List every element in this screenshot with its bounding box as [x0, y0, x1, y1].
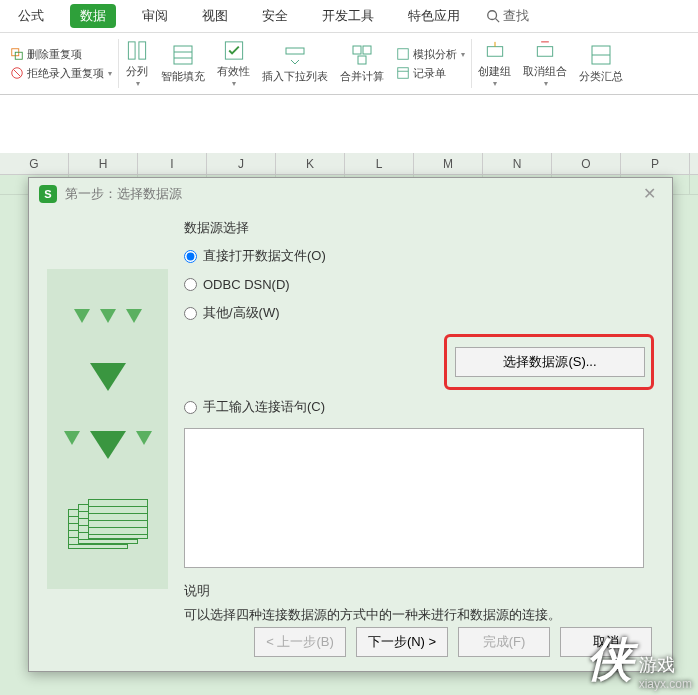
radio-other-input[interactable]: [184, 307, 197, 320]
dialog-title: 第一步：选择数据源: [65, 185, 182, 203]
search-icon: [486, 9, 500, 23]
create-group-button[interactable]: 创建组▾: [472, 39, 517, 88]
tab-view[interactable]: 视图: [194, 4, 236, 28]
svg-rect-16: [398, 49, 409, 60]
scenario-button[interactable]: 模拟分析▾: [396, 45, 465, 64]
svg-rect-8: [174, 46, 192, 64]
svg-rect-15: [358, 56, 366, 64]
insert-dropdown-button[interactable]: 插入下拉列表: [256, 39, 334, 88]
reject-duplicates-icon: [10, 66, 24, 80]
subtotal-icon: [589, 43, 613, 67]
validity-icon: [222, 39, 246, 62]
dialog-titlebar: S 第一步：选择数据源 ✕: [29, 178, 672, 209]
reject-duplicates-button[interactable]: 拒绝录入重复项▾: [10, 64, 112, 83]
watermark-char: 侠: [587, 629, 633, 691]
svg-rect-6: [128, 42, 135, 59]
radio-manual[interactable]: 手工输入连接语句(C): [184, 398, 654, 416]
app-logo-icon: S: [39, 185, 57, 203]
close-button[interactable]: ✕: [637, 184, 662, 203]
select-datasource-button[interactable]: 选择数据源(S)...: [455, 347, 645, 377]
svg-rect-21: [537, 47, 552, 57]
tab-special[interactable]: 特色应用: [400, 4, 468, 28]
consolidate-button[interactable]: 合并计算: [334, 39, 390, 88]
chevron-down-icon: ▾: [108, 69, 112, 78]
description-text: 可以选择四种连接数据源的方式中的一种来进行和数据源的连接。: [184, 606, 654, 624]
subtotal-button[interactable]: 分类汇总: [573, 39, 629, 88]
col-header[interactable]: P: [621, 153, 690, 174]
record-form-icon: [396, 66, 410, 80]
watermark: 侠 游戏 xiayx.com: [587, 629, 692, 691]
finish-button: 完成(F): [458, 627, 550, 657]
svg-rect-17: [398, 68, 409, 79]
datasource-section-label: 数据源选择: [184, 219, 654, 237]
toolbar-group-duplicates: 删除重复项 拒绝录入重复项▾: [4, 39, 119, 88]
radio-other[interactable]: 其他/高级(W): [184, 304, 654, 322]
col-header[interactable]: I: [138, 153, 207, 174]
consolidate-icon: [350, 43, 374, 67]
connection-string-textarea[interactable]: [184, 428, 644, 568]
delete-duplicates-icon: [10, 47, 24, 61]
ribbon-toolbar: 删除重复项 拒绝录入重复项▾ 分列▾ 智能填充 有效性▾ 插入下拉列表 合并计算: [0, 33, 698, 95]
col-header[interactable]: G: [0, 153, 69, 174]
svg-line-1: [496, 19, 500, 23]
tab-data[interactable]: 数据: [70, 4, 116, 28]
tab-review[interactable]: 审阅: [134, 4, 176, 28]
text-to-columns-button[interactable]: 分列▾: [119, 39, 155, 88]
radio-manual-input[interactable]: [184, 401, 197, 414]
toolbar-group-analysis: 模拟分析▾ 记录单: [390, 39, 472, 88]
svg-line-5: [14, 70, 21, 77]
split-icon: [125, 39, 149, 62]
record-form-button[interactable]: 记录单: [396, 64, 465, 83]
delete-duplicates-button[interactable]: 删除重复项: [10, 45, 112, 64]
svg-rect-19: [487, 47, 502, 57]
column-headers: G H I J K L M N O P: [0, 153, 698, 175]
smart-fill-button[interactable]: 智能填充: [155, 39, 211, 88]
validity-button[interactable]: 有效性▾: [211, 39, 256, 88]
svg-point-0: [488, 11, 497, 20]
svg-rect-13: [353, 46, 361, 54]
smart-fill-icon: [171, 43, 195, 67]
select-datasource-dialog: S 第一步：选择数据源 ✕ 数据源选择 直接打开数据文件(O) ODBC DSN…: [28, 177, 673, 672]
watermark-sub: 游戏: [639, 653, 692, 677]
tab-security[interactable]: 安全: [254, 4, 296, 28]
svg-rect-14: [363, 46, 371, 54]
ungroup-button[interactable]: 取消组合▾: [517, 39, 573, 88]
col-header[interactable]: N: [483, 153, 552, 174]
ungroup-icon: [533, 39, 557, 62]
tab-devtools[interactable]: 开发工具: [314, 4, 382, 28]
search-label: 查找: [503, 7, 529, 25]
create-group-icon: [483, 39, 507, 62]
search-box[interactable]: 查找: [486, 7, 529, 25]
description-label: 说明: [184, 582, 654, 600]
col-header[interactable]: O: [552, 153, 621, 174]
tab-formula[interactable]: 公式: [10, 4, 52, 28]
radio-odbc[interactable]: ODBC DSN(D): [184, 277, 654, 292]
next-button[interactable]: 下一步(N) >: [356, 627, 448, 657]
col-header[interactable]: K: [276, 153, 345, 174]
radio-direct-file-input[interactable]: [184, 250, 197, 263]
col-header[interactable]: M: [414, 153, 483, 174]
radio-odbc-input[interactable]: [184, 278, 197, 291]
dialog-illustration: [47, 269, 168, 589]
watermark-url: xiayx.com: [639, 677, 692, 691]
radio-direct-file[interactable]: 直接打开数据文件(O): [184, 247, 654, 265]
dropdown-icon: [283, 43, 307, 67]
col-header[interactable]: J: [207, 153, 276, 174]
svg-rect-12: [286, 48, 304, 54]
scenario-icon: [396, 47, 410, 61]
col-header[interactable]: L: [345, 153, 414, 174]
svg-rect-7: [139, 42, 146, 59]
highlight-annotation: 选择数据源(S)...: [444, 334, 654, 390]
col-header[interactable]: H: [69, 153, 138, 174]
sheets-icon: [68, 499, 148, 549]
ribbon-tabs: 公式 数据 审阅 视图 安全 开发工具 特色应用 查找: [0, 0, 698, 33]
prev-button: < 上一步(B): [254, 627, 346, 657]
